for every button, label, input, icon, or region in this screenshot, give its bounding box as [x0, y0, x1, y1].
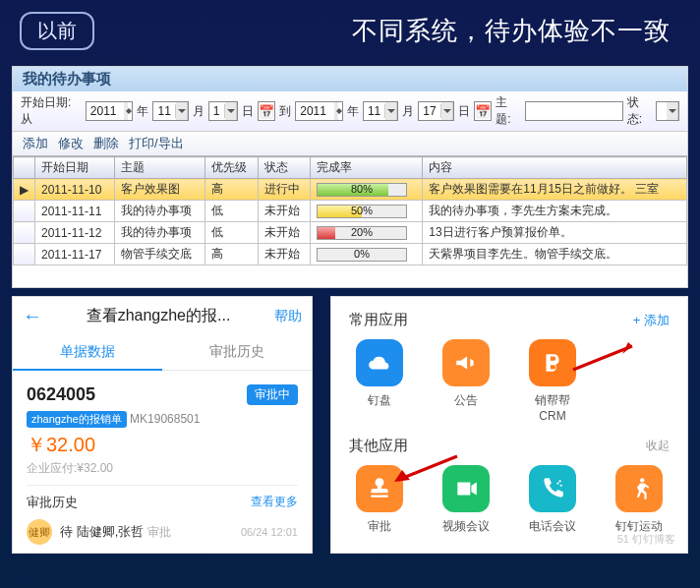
- cell-date: 2011-11-10: [35, 179, 115, 201]
- view-more-link[interactable]: 查看更多: [251, 494, 298, 511]
- app-label: 电话会议: [522, 518, 583, 535]
- tab-bill-data[interactable]: 单据数据: [13, 335, 162, 371]
- app-电话会议[interactable]: 电话会议: [522, 465, 583, 535]
- column-header[interactable]: 状态: [258, 157, 310, 179]
- cell-status: 未开始: [258, 201, 310, 222]
- slide-title: 不同系统，待办体验不一致: [352, 14, 671, 48]
- cell-subject: 我的待办事项: [114, 222, 204, 244]
- cell-progress: 80%: [310, 179, 422, 201]
- help-link[interactable]: 帮助: [274, 308, 302, 325]
- phone-icon: [529, 465, 576, 512]
- panel1-title: 我的待办事项: [13, 67, 687, 91]
- calendar-to-icon[interactable]: 📅: [474, 101, 493, 121]
- amount: ￥32.00: [27, 432, 298, 458]
- cell-subject: 物管手续交底: [114, 244, 204, 265]
- from-day-input[interactable]: 1: [208, 101, 238, 121]
- cell-date: 2011-11-17: [35, 244, 115, 265]
- app-label: 销帮帮CRM: [522, 392, 583, 423]
- history-section-title: 审批历史: [27, 494, 78, 511]
- row-handle[interactable]: ▶: [14, 179, 35, 201]
- cmd-add[interactable]: 添加: [23, 135, 48, 152]
- cell-progress: 0%: [310, 244, 422, 265]
- column-header[interactable]: 完成率: [310, 157, 422, 179]
- panel1-filter-bar: 开始日期: 从 2011 年 11 月 1 日 📅 到 2011 年 11 月 …: [13, 91, 687, 132]
- row-handle[interactable]: [14, 244, 35, 265]
- app-公告[interactable]: 公告: [436, 339, 496, 423]
- panel2-title: 查看zhangzhe的报...: [42, 306, 274, 326]
- apps-panel: 常用应用 + 添加 钉盘公告销帮帮CRM 其他应用 收起 审批视频会议电话会议钉…: [330, 296, 688, 554]
- arrow-annotation-icon: [567, 342, 636, 376]
- app-钉盘[interactable]: 钉盘: [349, 339, 410, 423]
- app-label: 钉盘: [349, 392, 410, 409]
- cell-status: 未开始: [258, 222, 310, 244]
- calendar-from-icon[interactable]: 📅: [258, 101, 276, 121]
- column-header[interactable]: 优先级: [205, 157, 258, 179]
- approver-names: 待 陆健卿,张哲审批: [60, 523, 171, 541]
- megaphone-icon: [442, 339, 490, 386]
- svg-point-5: [640, 478, 644, 482]
- svg-point-4: [559, 480, 561, 482]
- subject-label: 主题:: [496, 94, 520, 128]
- table-row[interactable]: 2011-11-11 我的待办事项 低 未开始 50% 我的待办事项，李先生方案…: [14, 201, 687, 222]
- avatar: 健卿: [27, 519, 52, 545]
- cell-priority: 高: [205, 179, 258, 201]
- back-icon[interactable]: ←: [23, 305, 42, 327]
- app-label: 视频会议: [436, 518, 496, 535]
- cmd-print[interactable]: 打印/导出: [129, 135, 184, 152]
- to-year-input[interactable]: 2011: [295, 101, 343, 121]
- arrow-annotation-icon: [392, 452, 461, 486]
- svg-point-2: [556, 483, 558, 485]
- document-number: 0624005: [27, 384, 95, 405]
- cmd-delete[interactable]: 删除: [93, 135, 119, 152]
- watermark-text: 51 钉钉博客: [617, 532, 675, 547]
- status-badge: 审批中: [247, 384, 298, 405]
- cell-content: 我的待办事项，李先生方案未完成。: [423, 201, 687, 222]
- cell-subject: 客户效果图: [114, 179, 204, 201]
- badge-previous: 以前: [20, 12, 94, 50]
- cell-status: 未开始: [258, 244, 310, 265]
- cell-content: 客户效果图需要在11月15日之前做好。 三室: [423, 179, 687, 201]
- cell-content: 13日进行客户预算报价单。: [423, 222, 687, 244]
- column-header[interactable]: 主题: [114, 157, 204, 179]
- table-row[interactable]: 2011-11-17 物管手续交底 高 未开始 0% 天紫界项目李先生。物管手续…: [14, 244, 687, 265]
- app-label: 审批: [349, 518, 410, 535]
- cell-content: 天紫界项目李先生。物管手续交底。: [423, 244, 687, 265]
- run-icon: [615, 465, 663, 512]
- cell-priority: 低: [205, 222, 258, 244]
- app-钉钉运动[interactable]: 钉钉运动: [609, 465, 670, 535]
- cell-progress: 20%: [310, 222, 422, 244]
- row-handle[interactable]: [14, 222, 35, 244]
- bill-code: MK19068501: [130, 412, 200, 426]
- cell-date: 2011-11-12: [35, 222, 115, 244]
- from-date-label: 开始日期: 从: [21, 94, 82, 128]
- subject-input[interactable]: [525, 101, 623, 121]
- table-row[interactable]: 2011-11-12 我的待办事项 低 未开始 20% 13日进行客户预算报价单…: [14, 222, 687, 244]
- app-label: 公告: [436, 392, 496, 409]
- frequent-apps-title: 常用应用: [349, 311, 408, 329]
- history-time: 06/24 12:01: [241, 526, 298, 538]
- mobile-approval-panel: ← 查看zhangzhe的报... 帮助 单据数据 审批历史 0624005 审…: [12, 296, 313, 554]
- from-month-input[interactable]: 11: [152, 101, 188, 121]
- status-label: 状态:: [627, 94, 652, 128]
- status-select[interactable]: [656, 101, 679, 121]
- cloud-icon: [356, 339, 403, 386]
- legacy-todo-panel: 我的待办事项 开始日期: 从 2011 年 11 月 1 日 📅 到 2011 …: [12, 66, 688, 288]
- collapse-link[interactable]: 收起: [646, 438, 670, 454]
- cmd-edit[interactable]: 修改: [58, 135, 84, 152]
- company-due-value: ¥32.00: [77, 461, 113, 475]
- cell-date: 2011-11-11: [35, 201, 115, 222]
- column-header[interactable]: 开始日期: [35, 157, 115, 179]
- table-row[interactable]: ▶ 2011-11-10 客户效果图 高 进行中 80% 客户效果图需要在11月…: [14, 179, 687, 201]
- tab-approval-history[interactable]: 审批历史: [162, 335, 312, 371]
- bill-tag: zhangzhe的报销单: [27, 411, 127, 428]
- cell-priority: 低: [205, 201, 258, 222]
- cell-progress: 50%: [310, 201, 422, 222]
- to-day-input[interactable]: 17: [418, 101, 453, 121]
- to-month-input[interactable]: 11: [363, 101, 398, 121]
- from-year-input[interactable]: 2011: [86, 101, 134, 121]
- row-handle[interactable]: [14, 201, 35, 222]
- column-header[interactable]: 内容: [423, 157, 687, 179]
- cell-status: 进行中: [258, 179, 310, 201]
- add-app-link[interactable]: + 添加: [633, 312, 670, 329]
- cell-subject: 我的待办事项: [114, 201, 204, 222]
